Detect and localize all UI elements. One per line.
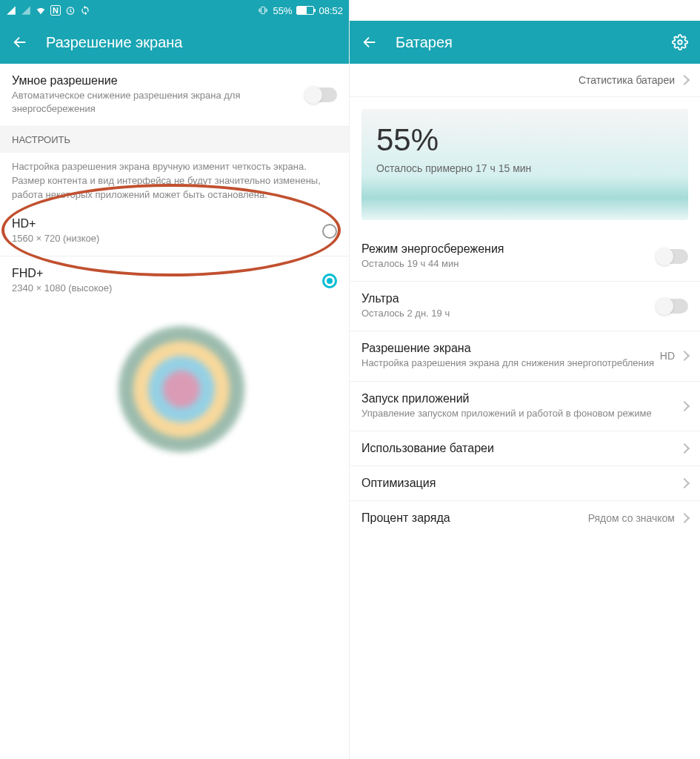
percent-title: Процент заряда bbox=[361, 511, 588, 525]
screen-resolution: N 55% 08:52 Разрешение экрана Умное разр… bbox=[0, 0, 350, 759]
ultra-title: Ультра bbox=[361, 292, 657, 305]
hd-title: HD+ bbox=[12, 217, 322, 231]
smart-resolution-toggle[interactable] bbox=[306, 87, 337, 102]
power-save-title: Режим энергосбережения bbox=[361, 242, 657, 256]
watermark bbox=[89, 311, 296, 474]
clock-text: 08:52 bbox=[319, 5, 343, 16]
smart-resolution-row[interactable]: Умное разрешение Автоматическое снижение… bbox=[0, 64, 349, 127]
ultra-sub: Осталось 2 дн. 19 ч bbox=[361, 307, 657, 320]
wifi-icon bbox=[36, 5, 46, 16]
chevron-right-icon bbox=[679, 75, 690, 85]
status-bar: N 55% 08:52 bbox=[0, 0, 349, 21]
back-icon[interactable] bbox=[361, 34, 378, 50]
ultra-toggle[interactable] bbox=[657, 299, 688, 314]
screen-battery: Батарея Статистика батареи 55% Осталось … bbox=[350, 0, 700, 759]
hd-radio[interactable] bbox=[322, 224, 337, 239]
percent-row[interactable]: Процент заряда Рядом со значком bbox=[350, 501, 700, 535]
battery-icon bbox=[296, 6, 314, 15]
fhd-sub: 2340 × 1080 (высокое) bbox=[12, 282, 322, 295]
chevron-right-icon bbox=[679, 351, 690, 361]
page-title: Разрешение экрана bbox=[46, 34, 182, 51]
chevron-right-icon bbox=[679, 443, 690, 454]
usage-title: Использование батареи bbox=[361, 442, 681, 455]
header: Разрешение экрана bbox=[0, 21, 349, 64]
chevron-right-icon bbox=[679, 478, 690, 488]
content-area: Умное разрешение Автоматическое снижение… bbox=[0, 64, 349, 305]
ultra-row[interactable]: Ультра Осталось 2 дн. 19 ч bbox=[350, 282, 700, 331]
resolution-row[interactable]: Разрешение экрана Настройка разрешения э… bbox=[350, 331, 700, 381]
battery-stats-link[interactable]: Статистика батареи bbox=[350, 64, 700, 97]
app-launch-sub: Управление запуском приложений и работой… bbox=[361, 407, 681, 420]
smart-resolution-sub: Автоматическое снижение разрешения экран… bbox=[12, 89, 306, 116]
svg-point-2 bbox=[678, 40, 682, 44]
app-launch-row[interactable]: Запуск приложений Управление запуском пр… bbox=[350, 382, 700, 431]
optimize-title: Оптимизация bbox=[361, 477, 681, 490]
gear-icon[interactable] bbox=[672, 34, 688, 50]
signal-icon bbox=[6, 5, 16, 16]
chevron-right-icon bbox=[679, 513, 690, 523]
resolution-value: HD bbox=[660, 350, 675, 362]
settings-section-desc: Настройка разрешения экрана вручную изме… bbox=[0, 153, 349, 207]
svg-rect-1 bbox=[261, 7, 265, 13]
optimize-row[interactable]: Оптимизация bbox=[350, 466, 700, 501]
power-save-sub: Осталось 19 ч 44 мин bbox=[361, 257, 657, 271]
fhd-radio[interactable] bbox=[322, 274, 337, 288]
fhd-option-row[interactable]: FHD+ 2340 × 1080 (высокое) bbox=[0, 256, 349, 305]
battery-stats-label: Статистика батареи bbox=[579, 74, 675, 86]
signal-icon bbox=[21, 5, 31, 16]
fhd-title: FHD+ bbox=[12, 267, 322, 280]
usage-row[interactable]: Использование батареи bbox=[350, 431, 700, 466]
chevron-right-icon bbox=[679, 401, 690, 411]
battery-remaining: Осталось примерно 17 ч 15 мин bbox=[376, 162, 531, 174]
hd-option-row[interactable]: HD+ 1560 × 720 (низкое) bbox=[0, 207, 349, 256]
power-save-row[interactable]: Режим энергосбережения Осталось 19 ч 44 … bbox=[350, 232, 700, 282]
vibrate-icon bbox=[258, 5, 268, 16]
sync-icon bbox=[80, 5, 90, 16]
header: Батарея bbox=[350, 21, 700, 64]
settings-section-header: НАСТРОИТЬ bbox=[0, 127, 349, 153]
battery-percent-big: 55% bbox=[376, 122, 439, 158]
battery-card: 55% Осталось примерно 17 ч 15 мин bbox=[361, 109, 688, 220]
hd-sub: 1560 × 720 (низкое) bbox=[12, 232, 322, 245]
smart-resolution-title: Умное разрешение bbox=[12, 74, 306, 87]
app-launch-title: Запуск приложений bbox=[361, 392, 681, 405]
percent-value: Рядом со значком bbox=[588, 512, 675, 524]
nfc-icon: N bbox=[50, 5, 61, 16]
battery-percent-text: 55% bbox=[273, 5, 292, 16]
page-title: Батарея bbox=[396, 34, 453, 51]
power-save-toggle[interactable] bbox=[657, 249, 688, 264]
alarm-icon bbox=[65, 5, 76, 16]
resolution-sub: Настройка разрешения экрана для снижения… bbox=[361, 357, 660, 370]
resolution-title: Разрешение экрана bbox=[361, 342, 660, 355]
back-icon[interactable] bbox=[12, 34, 28, 50]
